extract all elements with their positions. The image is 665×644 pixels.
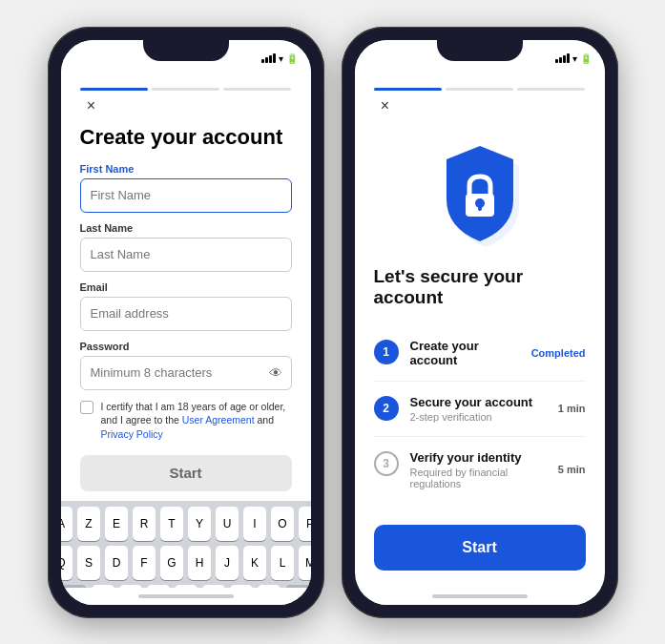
- status-icons-1: ▾ 🔋: [261, 53, 298, 64]
- home-indicator-2: [355, 588, 605, 605]
- last-name-label: Last Name: [80, 222, 292, 234]
- step-sub-2: 2-step verification: [410, 411, 547, 423]
- step-circle-3: 3: [374, 451, 399, 476]
- key-h[interactable]: H: [188, 546, 211, 580]
- key-k[interactable]: K: [243, 546, 266, 580]
- key-s[interactable]: S: [77, 546, 100, 580]
- progress-bar-1: [61, 82, 311, 94]
- first-name-label: First Name: [80, 163, 292, 175]
- signal-icon-2: [555, 53, 570, 63]
- terms-row: I certify that I am 18 years of age or o…: [80, 400, 292, 442]
- step-content-2: Secure your account 2-step verification: [410, 395, 547, 423]
- first-name-input[interactable]: [80, 178, 292, 213]
- step-badge-2: 1 min: [558, 403, 586, 414]
- security-title: Let's secure your account: [355, 266, 605, 308]
- progress-step-2: [152, 88, 219, 91]
- key-t[interactable]: T: [160, 507, 183, 541]
- privacy-policy-link[interactable]: Privacy Policy: [101, 428, 163, 440]
- status-bar-2: ▾ 🔋: [355, 40, 605, 82]
- key-d[interactable]: D: [105, 546, 128, 580]
- status-bar-1: ▾ 🔋: [61, 40, 311, 82]
- phone-1: ▾ 🔋 × Create your account First Name Las…: [48, 27, 324, 618]
- eye-icon[interactable]: 👁: [269, 365, 282, 381]
- step-name-1: Create your account: [410, 339, 520, 367]
- battery-icon: 🔋: [286, 53, 298, 64]
- start-button[interactable]: Start: [80, 455, 292, 491]
- wifi-icon-2: ▾: [572, 53, 577, 64]
- step-item-1: 1 Create your account Completed: [374, 325, 586, 382]
- key-f[interactable]: F: [133, 546, 156, 580]
- key-a[interactable]: A: [61, 507, 73, 541]
- password-wrapper: 👁: [80, 356, 292, 390]
- shield-container: [355, 117, 605, 266]
- step-item-2: 2 Secure your account 2-step verificatio…: [374, 382, 586, 437]
- notch-1: [143, 40, 229, 61]
- key-j[interactable]: J: [216, 546, 239, 580]
- key-o[interactable]: O: [271, 507, 294, 541]
- security-header: ×: [355, 94, 605, 117]
- key-u[interactable]: U: [216, 507, 239, 541]
- email-input[interactable]: [80, 297, 292, 331]
- close-button[interactable]: ×: [80, 94, 103, 117]
- step-badge-3: 5 min: [558, 464, 586, 475]
- step-name-3: Verify your identity: [410, 450, 547, 465]
- close-button-2[interactable]: ×: [374, 94, 397, 117]
- password-label: Password: [80, 341, 292, 352]
- wifi-icon: ▾: [279, 53, 283, 64]
- key-m[interactable]: M: [299, 546, 311, 580]
- security-screen: ×: [355, 94, 605, 588]
- key-g[interactable]: G: [160, 546, 183, 580]
- security-start-button[interactable]: Start: [374, 525, 586, 571]
- progress-step-1: [80, 88, 148, 91]
- key-l[interactable]: L: [271, 546, 294, 580]
- keyboard: A Z E R T Y U I O P Q S D F G: [61, 501, 311, 588]
- shield-icon: [427, 136, 532, 251]
- key-i[interactable]: I: [243, 507, 266, 541]
- email-label: Email: [80, 281, 292, 293]
- terms-text: I certify that I am 18 years of age or o…: [101, 400, 292, 442]
- step-circle-1: 1: [374, 340, 399, 364]
- svg-rect-2: [478, 204, 482, 211]
- signal-icon: [261, 53, 276, 63]
- progress-step-1b: [374, 88, 442, 91]
- form-screen: × Create your account First Name Last Na…: [61, 94, 311, 501]
- step-circle-2: 2: [374, 396, 399, 421]
- progress-bar-2: [355, 82, 605, 94]
- status-icons-2: ▾ 🔋: [555, 53, 592, 64]
- step-sub-3: Required by financial regulations: [410, 467, 547, 489]
- steps-list: 1 Create your account Completed 2 Secure…: [355, 325, 605, 513]
- home-indicator-1: [61, 588, 311, 605]
- key-e[interactable]: E: [105, 507, 128, 541]
- battery-icon-2: 🔋: [580, 53, 592, 64]
- step-name-2: Secure your account: [410, 395, 547, 409]
- terms-checkbox[interactable]: [80, 401, 94, 414]
- key-r[interactable]: R: [133, 507, 156, 541]
- phone-2: ▾ 🔋 ×: [342, 27, 618, 618]
- form-title: Create your account: [80, 125, 292, 150]
- progress-step-2b: [446, 88, 513, 91]
- last-name-input[interactable]: [80, 238, 292, 272]
- step-content-3: Verify your identity Required by financi…: [410, 450, 547, 489]
- progress-step-3: [223, 88, 291, 91]
- key-y[interactable]: Y: [188, 507, 211, 541]
- key-q[interactable]: Q: [61, 546, 73, 580]
- password-input[interactable]: [80, 356, 292, 390]
- step-badge-1: Completed: [531, 347, 586, 359]
- keyboard-row-2: Q S D F G H J K L M: [65, 546, 307, 580]
- step-content-1: Create your account: [410, 339, 520, 367]
- key-p[interactable]: P: [299, 507, 311, 541]
- notch-2: [437, 40, 523, 61]
- key-z[interactable]: Z: [77, 507, 100, 541]
- user-agreement-link[interactable]: User Agreement: [182, 414, 255, 426]
- progress-step-3b: [517, 88, 585, 91]
- keyboard-row-1: A Z E R T Y U I O P: [65, 507, 307, 541]
- step-item-3: 3 Verify your identity Required by finan…: [374, 437, 586, 503]
